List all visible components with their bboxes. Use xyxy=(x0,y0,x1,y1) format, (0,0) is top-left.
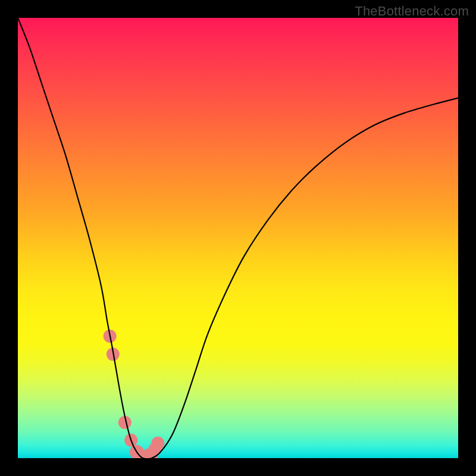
frame: TheBottleneck.com xyxy=(0,0,476,476)
bottleneck-curve xyxy=(18,18,458,458)
bottleneck-chart xyxy=(18,18,458,458)
plot-area xyxy=(18,18,458,458)
watermark-text: TheBottleneck.com xyxy=(355,4,469,19)
marker-dot xyxy=(151,437,164,450)
